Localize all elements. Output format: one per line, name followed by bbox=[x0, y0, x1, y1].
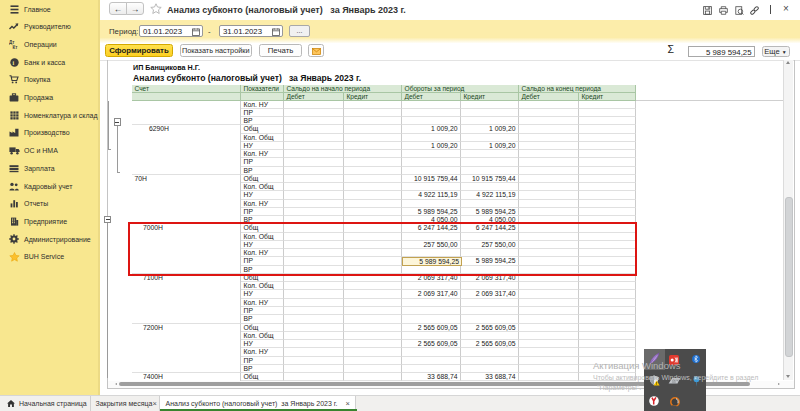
svg-text:Кт: Кт bbox=[13, 45, 19, 49]
